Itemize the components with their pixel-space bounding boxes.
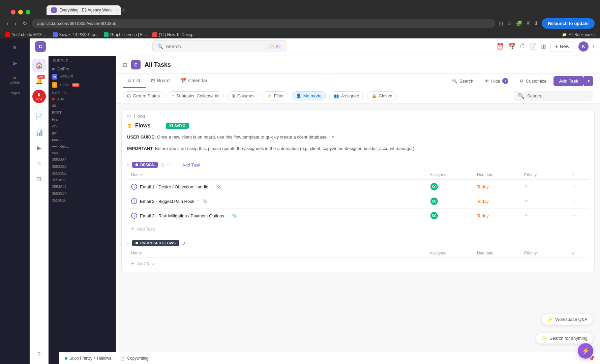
sidebar-icon-doc[interactable]: 📄 bbox=[32, 110, 46, 124]
maximize-window-button[interactable] bbox=[26, 10, 30, 14]
sidebar-icon-apps[interactable]: ⊞ bbox=[32, 172, 46, 186]
ai-badge[interactable]: ✨ AI bbox=[267, 43, 282, 49]
flow-menu-button[interactable]: ⋯ bbox=[154, 123, 162, 129]
nav-item-san[interactable]: san... bbox=[49, 150, 116, 156]
flow-expand-icon[interactable]: ▾ bbox=[332, 134, 334, 140]
extensions-icon[interactable]: 🧩 bbox=[516, 20, 522, 27]
nav-item-gelp[interactable]: GelPro bbox=[49, 65, 116, 73]
address-input[interactable] bbox=[32, 19, 495, 28]
minimize-window-button[interactable] bbox=[18, 10, 23, 14]
sidebar-icon-help[interactable]: ? bbox=[32, 348, 46, 361]
nav-item-3553814[interactable]: 3553814 bbox=[49, 183, 116, 190]
search-bar[interactable]: 🔍 ✨ AI bbox=[152, 40, 287, 52]
nav-item-3553382-3[interactable]: 3553382 bbox=[49, 170, 116, 177]
task-status-icon[interactable]: ℹ bbox=[131, 184, 137, 190]
star-icon[interactable]: ☆ bbox=[507, 20, 512, 27]
design-menu-icon[interactable]: ⋯ bbox=[167, 162, 172, 168]
search-action-button[interactable]: 🔍 Search bbox=[448, 76, 478, 86]
grid-icon[interactable]: ⊞ bbox=[541, 43, 546, 50]
nav-item-best[interactable]: BEST bbox=[49, 109, 116, 116]
chevron-down-icon[interactable]: ▾ bbox=[593, 44, 595, 49]
nav-item-3553382-1[interactable]: 3553382 bbox=[49, 156, 116, 163]
design-expand-icon[interactable]: ▾ bbox=[127, 163, 129, 167]
refresh-button[interactable]: ↻ bbox=[21, 19, 28, 28]
nav-item-0-04[interactable]: 0:04 bbox=[49, 96, 116, 102]
all-bookmarks[interactable]: 📁 All Bookmarks bbox=[562, 32, 595, 37]
task-attachment-icon[interactable]: 📎 bbox=[216, 184, 221, 189]
user-avatar[interactable]: K bbox=[578, 41, 589, 52]
nav-item-gre[interactable]: gre... bbox=[49, 129, 116, 136]
filter-search[interactable]: 🔍 ⋯ bbox=[514, 91, 593, 101]
assignee-filter[interactable]: 👥 Assignee bbox=[329, 91, 363, 100]
task-more-button[interactable]: ⋯ bbox=[571, 184, 576, 189]
me-mode-button[interactable]: 👤 Me mode bbox=[292, 91, 326, 100]
sidebar-icon-chart[interactable]: 📊 bbox=[32, 126, 46, 139]
download-icon[interactable]: ⬇ bbox=[534, 20, 538, 27]
sidebar-icon-bell[interactable]: 🔔 99+ bbox=[32, 74, 46, 88]
filter-menu-icon[interactable]: ⋯ bbox=[584, 93, 589, 99]
columns-filter[interactable]: ⊞ Columns bbox=[227, 91, 259, 100]
task-more-button[interactable]: ⋯ bbox=[571, 199, 576, 204]
calendar-icon[interactable]: 📅 bbox=[508, 43, 515, 50]
nav-item-fra[interactable]: Fra... bbox=[49, 116, 116, 123]
priority-flag-icon[interactable]: ⚑ bbox=[524, 213, 529, 218]
hide-button[interactable]: 👁 Hide 1 bbox=[480, 75, 513, 87]
new-tab-button[interactable]: + bbox=[122, 7, 126, 14]
tab-calendar[interactable]: 📅 Calendar bbox=[175, 74, 213, 88]
forward-button[interactable]: › bbox=[13, 19, 18, 28]
task-more-button[interactable]: ⋯ bbox=[571, 213, 576, 218]
profile-icon[interactable]: K bbox=[527, 21, 530, 27]
timer-icon[interactable]: ⏱ bbox=[519, 43, 526, 50]
os-icon-layers[interactable]: ☰ Layers bbox=[5, 72, 25, 87]
nav-item-3553810[interactable]: 3553810 bbox=[49, 197, 116, 204]
relaunch-button[interactable]: Relaunch to update bbox=[542, 18, 595, 29]
tab-list[interactable]: ≡ List bbox=[123, 74, 146, 88]
sidebar-icon-home[interactable]: 🏠 bbox=[32, 59, 46, 72]
os-icon-arrow[interactable]: ➤ bbox=[5, 56, 25, 71]
add-column-icon[interactable]: ⊕ bbox=[571, 173, 585, 177]
design-add-task-button[interactable]: + Add Task bbox=[178, 162, 200, 168]
bookmark-koyak[interactable]: Koyak: 14 PSD Pap... bbox=[53, 32, 98, 37]
status-item-2[interactable]: 📄 Copywriting bbox=[120, 356, 148, 361]
task-status-icon[interactable]: ℹ bbox=[131, 198, 137, 204]
sidebar-icon-play[interactable]: ▶ bbox=[32, 141, 46, 155]
recording-indicator[interactable]: ⏸ 0:04 bbox=[32, 90, 46, 103]
tab-board[interactable]: ⊞ Board bbox=[146, 74, 175, 88]
nav-item-40[interactable]: 40 ... bbox=[49, 102, 116, 109]
search-input[interactable] bbox=[166, 44, 265, 49]
bookmark-graphi[interactable]: Graphicheroco | Fr... bbox=[104, 32, 147, 37]
design-header[interactable]: ▾ DESIGN 3 ⋯ + Add Task bbox=[127, 159, 589, 171]
proposed-expand-icon[interactable]: ▾ bbox=[127, 241, 129, 245]
add-task-dropdown-button[interactable]: ▾ bbox=[584, 76, 593, 86]
nav-item-rec[interactable]: Rec... bbox=[49, 143, 116, 150]
sidebar-toggle-icon[interactable]: ⊟ bbox=[123, 62, 127, 68]
closed-filter[interactable]: 🔒 Closed bbox=[367, 91, 397, 100]
customize-button[interactable]: ⚙ Customize bbox=[515, 76, 551, 86]
back-button[interactable]: ‹ bbox=[5, 19, 10, 28]
add-task-button[interactable]: Add Task bbox=[553, 76, 584, 86]
bookmark-youtube[interactable]: YouTube to MP3 -... bbox=[5, 32, 48, 37]
workspace-qa-button[interactable]: ✨ Workspace Q&A bbox=[541, 314, 593, 325]
nav-item-ice[interactable]: Ice C #0... bbox=[49, 89, 116, 96]
task-status-icon[interactable]: ℹ bbox=[131, 213, 137, 219]
task-name[interactable]: Email 3 - Risk Mitigation / Payment Opti… bbox=[140, 213, 224, 218]
proposed-menu-icon[interactable]: ⋯ bbox=[188, 240, 193, 246]
clock-icon[interactable]: ⏰ bbox=[497, 43, 504, 50]
nav-item-tdoc[interactable]: T TDOC 99+ bbox=[49, 81, 116, 89]
nav-item-3553382-2[interactable]: 3553382 bbox=[49, 163, 116, 170]
close-window-button[interactable] bbox=[11, 10, 16, 14]
group-status-filter[interactable]: ⊞ Group: Status bbox=[123, 91, 164, 100]
task-attachment-icon[interactable]: 📎 bbox=[202, 199, 207, 204]
os-icon-grid[interactable]: ⊞ bbox=[5, 40, 25, 55]
sidebar-icon-star[interactable]: ☆ bbox=[32, 157, 46, 170]
active-tab[interactable]: ✦ Everything | E2 Agency Work × bbox=[47, 5, 121, 15]
floating-action-button[interactable]: ⚡ bbox=[578, 343, 593, 359]
nav-item-nexus[interactable]: N NEXUS bbox=[49, 73, 116, 81]
filter-search-input[interactable] bbox=[527, 93, 581, 98]
priority-flag-icon[interactable]: ⚑ bbox=[524, 199, 529, 204]
doc-icon[interactable]: 📄 bbox=[530, 43, 537, 50]
task-name[interactable]: Email 1 - Desire / Objection Handle bbox=[140, 184, 208, 189]
task-name[interactable]: Email 2 - Biggest Pain Hook bbox=[140, 199, 194, 204]
nav-item-poo[interactable]: poo... bbox=[49, 136, 116, 143]
proposed-add-task-row[interactable]: + Add Task bbox=[127, 258, 589, 269]
